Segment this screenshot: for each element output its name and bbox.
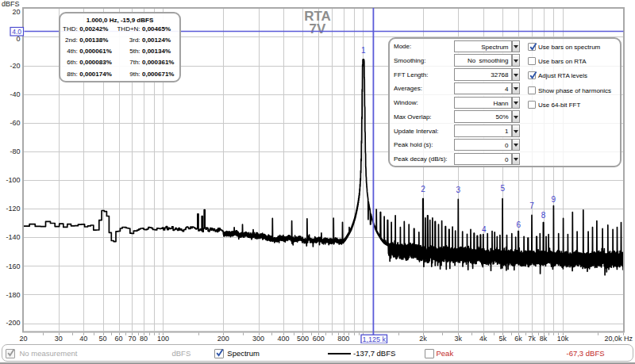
svg-text:20: 20 [12,8,20,16]
svg-text:200: 200 [217,335,229,343]
svg-text:9: 9 [552,195,556,204]
svg-text:-60: -60 [10,119,20,127]
svg-text:3: 3 [456,186,461,194]
svg-text:-20: -20 [10,62,20,70]
svg-text:7V: 7V [310,21,326,36]
svg-text:70: 70 [128,335,136,343]
svg-text:20: 20 [19,335,27,343]
svg-text:300: 300 [252,335,264,343]
svg-text:-160: -160 [6,262,20,270]
svg-text:4k: 4k [479,335,487,343]
svg-text:600: 600 [313,335,325,343]
svg-text:400: 400 [277,335,289,343]
svg-text:80: 80 [140,335,148,343]
svg-text:10k: 10k [557,335,569,343]
svg-text:-180: -180 [6,291,20,299]
svg-text:100: 100 [157,335,169,343]
svg-text:5k: 5k [498,335,506,343]
svg-text:7k: 7k [528,335,536,343]
svg-text:6k: 6k [514,335,522,343]
svg-text:3k: 3k [455,335,463,343]
svg-text:50: 50 [99,335,107,343]
svg-text:1,125 k: 1,125 k [362,335,386,343]
svg-text:1: 1 [361,46,366,55]
svg-text:-40: -40 [10,90,20,98]
svg-text:-200: -200 [6,319,20,327]
svg-text:-140: -140 [6,233,20,241]
svg-text:20,0k Hz: 20,0k Hz [604,335,633,343]
svg-text:2: 2 [421,185,425,193]
svg-text:6: 6 [517,220,521,229]
svg-text:800: 800 [337,335,349,343]
svg-text:4: 4 [482,225,487,234]
svg-text:dBFS: dBFS [2,0,20,8]
svg-text:7: 7 [529,201,534,210]
svg-text:500: 500 [297,335,309,343]
svg-text:5: 5 [500,184,505,193]
svg-text:-120: -120 [6,205,20,213]
svg-text:-80: -80 [10,148,20,155]
svg-text:8: 8 [541,211,546,220]
svg-text:30: 30 [55,335,63,343]
svg-text:4.0: 4.0 [12,28,21,36]
svg-text:40: 40 [79,335,87,343]
svg-text:60: 60 [114,335,122,343]
svg-text:-100: -100 [6,176,20,184]
svg-text:2k: 2k [419,335,427,343]
svg-text:8k: 8k [540,335,548,343]
